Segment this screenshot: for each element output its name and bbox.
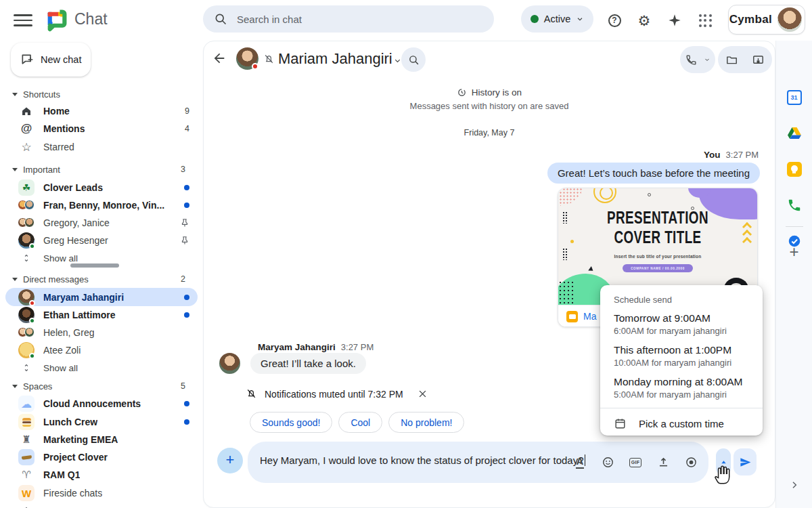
- google-keep-icon: [787, 162, 802, 177]
- call-button[interactable]: [680, 46, 715, 73]
- settings-button[interactable]: ⚙: [633, 9, 655, 31]
- search-input[interactable]: Search in chat: [203, 5, 494, 33]
- help-button[interactable]: ?: [604, 9, 625, 31]
- dm-show-all[interactable]: Show all: [5, 359, 198, 377]
- schedule-option-afternoon[interactable]: This afternoon at 1:00PM 10:00AM for mar…: [614, 344, 763, 368]
- space-lunch-crew[interactable]: Lunch Crew: [5, 413, 198, 431]
- letter-avatar: W: [18, 484, 35, 502]
- message-input[interactable]: Hey Maryam, I would love to know the sta…: [248, 442, 708, 483]
- smart-reply-chip[interactable]: Cool: [338, 412, 382, 433]
- chat-item-gregory-janice[interactable]: Gregory, Janice: [5, 214, 198, 232]
- space-project-clover[interactable]: Project Clover: [5, 448, 198, 466]
- format-icon: A: [576, 456, 585, 469]
- smart-reply-chip[interactable]: No problem!: [388, 412, 464, 433]
- add-apps-button[interactable]: +: [789, 242, 798, 261]
- space-marketing-emea[interactable]: ♜ Marketing EMEA: [5, 431, 198, 448]
- history-subtitle: Messages sent with history on are saved: [204, 101, 775, 111]
- space-cloud-annoucements[interactable]: ☁ Cloud Annoucements: [5, 395, 198, 412]
- schedule-option-monday[interactable]: Monday morning at 8:00AM 5:00AM for mary…: [614, 376, 763, 400]
- drive-app-button[interactable]: [786, 125, 803, 142]
- group-avatar: [18, 196, 35, 214]
- gif-button[interactable]: GIF: [629, 456, 642, 469]
- chat-item-helen-greg[interactable]: Helen, Greg: [5, 324, 198, 341]
- folder-icon[interactable]: [725, 54, 738, 66]
- account-switcher[interactable]: Cymbal: [728, 5, 805, 35]
- collapse-caret-icon: [12, 168, 18, 171]
- section-direct-messages[interactable]: Direct messages 2: [5, 270, 198, 288]
- chat-item-atee-zoli[interactable]: Atee Zoli: [5, 341, 198, 359]
- chat-item-clover-leads[interactable]: ☘ Clover Leads: [5, 179, 198, 196]
- gemini-button[interactable]: [664, 9, 685, 31]
- back-button[interactable]: [212, 51, 229, 68]
- pin-to-tab-icon[interactable]: [752, 54, 765, 66]
- user-avatar[interactable]: [777, 7, 802, 32]
- dm-count: 2: [181, 274, 185, 284]
- keep-app-button[interactable]: [786, 161, 803, 178]
- chevron-down-icon[interactable]: [393, 56, 402, 65]
- gear-icon: ⚙: [638, 14, 651, 28]
- section-spaces[interactable]: Spaces 5: [5, 377, 198, 395]
- collapse-caret-icon: [12, 93, 18, 96]
- section-shortcuts[interactable]: Shortcuts: [5, 85, 198, 103]
- cloud-avatar: ☁: [18, 395, 35, 412]
- emoji-icon: [602, 456, 614, 469]
- new-chat-label: New chat: [41, 54, 81, 65]
- chat-search-button[interactable]: [401, 47, 426, 72]
- collapse-caret-icon: [12, 385, 18, 388]
- muted-banner: Notifications muted until 7:32 PM: [246, 388, 428, 400]
- outgoing-time: 3:27 PM: [726, 150, 759, 160]
- chat-item-fran-group[interactable]: Fran, Benny, Monroe, Vin...: [5, 196, 198, 214]
- chat-item-greg-hesenger[interactable]: Greg Hesenger: [5, 232, 198, 249]
- apps-grid-button[interactable]: [694, 9, 716, 31]
- important-count: 3: [181, 165, 185, 174]
- sidebar-item-home[interactable]: Home 9: [5, 102, 198, 120]
- spaces-show-all[interactable]: Show all: [5, 502, 198, 508]
- incoming-message-bubble[interactable]: Great! I’ll take a look.: [250, 353, 366, 374]
- history-banner: History is on Messages sent with history…: [204, 87, 775, 111]
- outgoing-message-bubble[interactable]: Great! Let’s touch base before the meeti…: [547, 163, 760, 184]
- chat-header: Mariam Jahangiri: [204, 41, 775, 77]
- sidebar-item-starred[interactable]: ☆ Starred: [5, 138, 198, 156]
- workspace-side-panel: 31 +: [775, 41, 812, 508]
- pick-custom-time[interactable]: Pick a custom time: [614, 408, 763, 439]
- space-fireside-chats[interactable]: W Fireside chats: [5, 484, 198, 502]
- emoji-button[interactable]: [601, 456, 614, 469]
- section-important[interactable]: Important 3: [5, 161, 198, 178]
- slide-badge: COMPANY NAME / 00.00.2000: [623, 264, 693, 272]
- chat-item-maryam-jahangiri[interactable]: Maryam Jahangiri: [5, 288, 198, 306]
- date-divider: Friday, May 7: [204, 128, 775, 137]
- sidebar-item-mentions[interactable]: @ Mentions 4: [5, 120, 198, 137]
- phone-icon: [685, 54, 697, 66]
- pin-icon: [180, 236, 189, 245]
- send-button[interactable]: [734, 448, 757, 475]
- chat-tools-group: [718, 46, 772, 73]
- schedule-send-menu: Schedule send Tomorrow at 9:00AM 6:00AM …: [600, 285, 763, 436]
- voice-app-button[interactable]: [786, 196, 803, 214]
- sidebar-scrollbar[interactable]: [70, 263, 119, 268]
- caret-up-icon: [720, 459, 727, 466]
- collapse-caret-icon: [12, 278, 18, 281]
- status-active-dot-icon: [531, 15, 539, 23]
- home-count: 9: [185, 106, 189, 116]
- spaces-count: 5: [181, 381, 185, 391]
- send-options-button[interactable]: [716, 448, 731, 475]
- unread-dot: [184, 312, 189, 318]
- incoming-avatar[interactable]: [219, 353, 240, 374]
- space-ram-q1[interactable]: ♈ RAM Q1: [5, 466, 198, 484]
- close-icon[interactable]: [418, 389, 428, 399]
- record-button[interactable]: [684, 456, 698, 469]
- upload-button[interactable]: [656, 456, 670, 469]
- compose-add-button[interactable]: +: [217, 448, 243, 473]
- status-selector[interactable]: Active: [521, 5, 593, 33]
- schedule-option-tomorrow[interactable]: Tomorrow at 9:00AM 6:00AM for maryam jah…: [614, 312, 763, 336]
- collapse-panel-button[interactable]: [789, 480, 800, 490]
- chat-item-ethan-lattimore[interactable]: Ethan Lattimore: [5, 306, 198, 324]
- google-calendar-icon: 31: [787, 90, 802, 105]
- format-text-button[interactable]: A: [573, 456, 587, 469]
- calendar-app-button[interactable]: 31: [786, 89, 803, 106]
- slide-decor-rings: [593, 188, 616, 203]
- new-chat-button[interactable]: New chat: [11, 43, 91, 77]
- smart-reply-chip[interactable]: Sounds good!: [250, 412, 332, 433]
- main-menu-icon[interactable]: [14, 11, 32, 30]
- group-avatar: [18, 214, 35, 232]
